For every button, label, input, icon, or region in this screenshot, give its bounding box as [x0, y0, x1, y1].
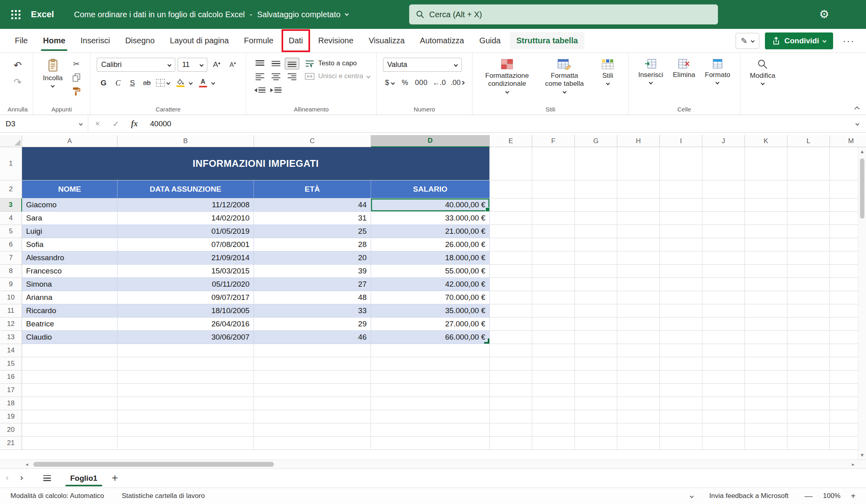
cell-I5[interactable]: [660, 225, 702, 238]
collapse-ribbon-icon[interactable]: [854, 106, 860, 111]
cell-E16[interactable]: [490, 370, 532, 384]
row-header-17[interactable]: 17: [0, 384, 22, 397]
cell-B15[interactable]: [118, 357, 254, 370]
cell-H19[interactable]: [617, 410, 660, 423]
cell-B17[interactable]: [118, 384, 254, 397]
cell-J7[interactable]: [702, 251, 745, 265]
cell-L21[interactable]: [787, 437, 830, 450]
cell-L3[interactable]: [787, 198, 830, 212]
cell-E6[interactable]: [490, 238, 532, 251]
cell-A6[interactable]: Sofia: [22, 238, 118, 251]
add-sheet-button[interactable]: +: [105, 469, 125, 488]
cell-F20[interactable]: [532, 423, 575, 437]
column-header-E[interactable]: E: [490, 135, 532, 147]
cell-F5[interactable]: [532, 225, 575, 238]
cell-D6[interactable]: 26.000,00 €: [371, 238, 490, 251]
cell-K1[interactable]: [745, 147, 787, 180]
cell-C19[interactable]: [254, 410, 371, 423]
horizontal-scrollbar[interactable]: ◂ ▸: [0, 459, 866, 468]
cell-K8[interactable]: [745, 265, 787, 278]
cell-K7[interactable]: [745, 251, 787, 265]
cell-E8[interactable]: [490, 265, 532, 278]
row-header-13[interactable]: 13: [0, 331, 22, 344]
vertical-scrollbar-thumb[interactable]: [860, 158, 864, 219]
cell-C11[interactable]: 33: [254, 304, 371, 318]
cell-F6[interactable]: [532, 238, 575, 251]
cell-J21[interactable]: [702, 437, 745, 450]
copy-button[interactable]: [69, 71, 83, 83]
cell-I10[interactable]: [660, 291, 702, 304]
cell-F14[interactable]: [532, 344, 575, 357]
cell-A19[interactable]: [22, 410, 118, 423]
cell-F16[interactable]: [532, 370, 575, 384]
row-header-11[interactable]: 11: [0, 304, 22, 318]
cell-J15[interactable]: [702, 357, 745, 370]
increase-decimal-button[interactable]: ←.0: [431, 76, 447, 90]
increase-font-size-button[interactable]: A▴: [210, 58, 223, 72]
cell-K15[interactable]: [745, 357, 787, 370]
cell-I8[interactable]: [660, 265, 702, 278]
format-as-table-button[interactable]: Formatta come tabella: [538, 58, 590, 94]
cell-J12[interactable]: [702, 318, 745, 331]
cell-C6[interactable]: 28: [254, 238, 371, 251]
cell-K20[interactable]: [745, 423, 787, 437]
align-center-button[interactable]: [269, 71, 283, 83]
cell-L19[interactable]: [787, 410, 830, 423]
cell-J14[interactable]: [702, 344, 745, 357]
row-header-9[interactable]: 9: [0, 278, 22, 291]
workbook-statistics[interactable]: Statistiche cartella di lavoro: [122, 492, 205, 500]
cell-H12[interactable]: [617, 318, 660, 331]
cell-D5[interactable]: 21.000,00 €: [371, 225, 490, 238]
cell-E14[interactable]: [490, 344, 532, 357]
font-size-select[interactable]: 11: [178, 58, 207, 72]
formula-input[interactable]: 40000: [144, 115, 848, 132]
currency-format-button[interactable]: $: [383, 76, 397, 90]
cell-C18[interactable]: [254, 397, 371, 410]
cell-B18[interactable]: [118, 397, 254, 410]
cell-A16[interactable]: [22, 370, 118, 384]
cell-K16[interactable]: [745, 370, 787, 384]
cell-B13[interactable]: 30/06/2007: [118, 331, 254, 344]
cell-G4[interactable]: [575, 212, 617, 225]
cell-I19[interactable]: [660, 410, 702, 423]
tab-disegno[interactable]: Disegno: [118, 29, 162, 53]
cell-E18[interactable]: [490, 397, 532, 410]
row-header-18[interactable]: 18: [0, 397, 22, 410]
cancel-button[interactable]: ×: [88, 115, 107, 132]
cell-A13[interactable]: Claudio: [22, 331, 118, 344]
cell-H4[interactable]: [617, 212, 660, 225]
cell-G18[interactable]: [575, 397, 617, 410]
send-feedback-link[interactable]: Invia feedback a Microsoft: [709, 492, 788, 500]
cell-H20[interactable]: [617, 423, 660, 437]
cell-D18[interactable]: [371, 397, 490, 410]
cell-C3[interactable]: 44: [254, 198, 371, 212]
cell-G21[interactable]: [575, 437, 617, 450]
cell-G1[interactable]: [575, 147, 617, 180]
cell-L6[interactable]: [787, 238, 830, 251]
cell-E10[interactable]: [490, 291, 532, 304]
document-title[interactable]: Come ordinare i dati in un foglio di cal…: [74, 10, 348, 19]
cell-F11[interactable]: [532, 304, 575, 318]
cell-A14[interactable]: [22, 344, 118, 357]
cell-D15[interactable]: [371, 357, 490, 370]
cell-H5[interactable]: [617, 225, 660, 238]
cell-H13[interactable]: [617, 331, 660, 344]
cell-A7[interactable]: Alessandro: [22, 251, 118, 265]
increase-indent-button[interactable]: [269, 84, 283, 96]
undo-button[interactable]: ↶: [9, 58, 26, 73]
cell-K21[interactable]: [745, 437, 787, 450]
cell-I2[interactable]: [660, 180, 702, 198]
row-header-12[interactable]: 12: [0, 318, 22, 331]
wrap-text-button[interactable]: Testo a capo: [305, 59, 369, 67]
zoom-in-button[interactable]: +: [851, 492, 856, 501]
cell-C4[interactable]: 31: [254, 212, 371, 225]
scroll-right-icon[interactable]: ▸: [848, 461, 858, 467]
strikethrough-button[interactable]: ab: [140, 76, 154, 90]
cell-H3[interactable]: [617, 198, 660, 212]
scroll-left-icon[interactable]: ◂: [22, 461, 32, 467]
cell-L16[interactable]: [787, 370, 830, 384]
cell-D10[interactable]: 70.000,00 €: [371, 291, 490, 304]
cell-D17[interactable]: [371, 384, 490, 397]
cell-H14[interactable]: [617, 344, 660, 357]
format-painter-button[interactable]: [69, 85, 83, 97]
